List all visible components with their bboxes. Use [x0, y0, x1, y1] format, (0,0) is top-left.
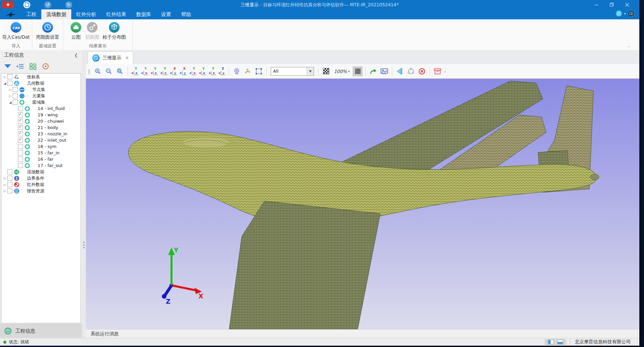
combo-arrow-icon[interactable]: ▼ [307, 68, 314, 75]
menu-item-3[interactable]: 红外结果 [101, 9, 131, 19]
expander-icon[interactable]: ▷ [3, 75, 7, 79]
tab-3d-view[interactable]: 三维显示 ✕ [88, 51, 133, 64]
expander-icon[interactable]: ◢ [3, 82, 7, 85]
probe-icon[interactable] [232, 66, 242, 76]
tree-item[interactable]: 15 - far_in [1, 150, 81, 156]
zoom-out-icon[interactable] [104, 66, 114, 76]
tree-checkbox[interactable] [18, 119, 23, 124]
tree-checkbox[interactable] [18, 157, 23, 162]
view-orientation-icon-7[interactable]: Yzx [188, 67, 197, 76]
menu-item-2[interactable]: 红外分析 [71, 9, 101, 19]
minimize-button[interactable] [589, 0, 604, 9]
filter-icon[interactable] [3, 62, 13, 71]
ribbon-collapse-icon[interactable]: ︿ [627, 44, 631, 49]
layout-bottom-icon[interactable] [557, 340, 563, 344]
view-orientation-icon-4[interactable]: Yzx [160, 67, 168, 76]
tree-item[interactable]: ◢面域集 [1, 99, 81, 105]
view-orientation-icon-2[interactable]: Yzx [140, 67, 149, 76]
tree-checkbox[interactable] [18, 138, 23, 143]
menu-item-0[interactable]: 工程 [21, 9, 41, 19]
zoom-fit-icon[interactable] [115, 66, 125, 76]
tree-checkbox[interactable] [13, 100, 18, 105]
menu-item-1[interactable]: 流场数据 [41, 9, 71, 19]
archive-icon[interactable] [433, 66, 443, 76]
view-orientation-icon-5[interactable]: Xzy [169, 67, 178, 76]
delete-icon[interactable] [417, 66, 427, 76]
restore-button[interactable] [604, 0, 619, 9]
tree-item[interactable]: ▷节点集 [1, 86, 81, 93]
tree-item[interactable]: 22 - inlet_out [1, 137, 81, 143]
tree-item[interactable]: ▷红外数据 [1, 181, 81, 188]
zoom-level-dropdown[interactable]: 100%▾ [332, 69, 352, 74]
snapshot-icon[interactable] [379, 66, 389, 76]
network-icon[interactable] [406, 66, 416, 76]
tree-item[interactable]: ▷元素集 [1, 93, 81, 99]
transparency-icon[interactable] [321, 66, 331, 76]
viewport-3d[interactable]: Y X Z [86, 79, 639, 330]
mesh-toggle-icon[interactable] [353, 66, 363, 76]
tree-item[interactable]: 20 - chuiwei [1, 118, 81, 124]
sidebar-bottom-tab[interactable]: 工程信息 [0, 324, 86, 338]
tree-item[interactable]: 流场数据 [1, 169, 81, 175]
tree-checkbox[interactable] [13, 87, 18, 92]
help-book-button[interactable] [628, 10, 635, 17]
grid-icon[interactable] [28, 62, 38, 71]
mirror-icon[interactable] [395, 66, 405, 76]
tree-checkbox[interactable] [18, 106, 23, 111]
tree-checkbox[interactable] [18, 144, 23, 149]
tree-item[interactable]: ◢几何数据 [1, 80, 81, 86]
tree-checkbox[interactable] [7, 169, 12, 174]
tree-item[interactable]: ▷边界条件 [1, 175, 81, 181]
display-panel-button[interactable] [616, 10, 622, 17]
menu-item-5[interactable]: 设置 [156, 9, 176, 19]
tree-item[interactable]: 18 - sym [1, 143, 81, 150]
zoom-in-icon[interactable] [93, 66, 103, 76]
view-orientation-icon-9[interactable]: Yzx [208, 67, 216, 76]
select-box-icon[interactable] [254, 66, 264, 76]
export-arrow-icon[interactable] [368, 66, 378, 76]
close-button[interactable] [619, 0, 635, 9]
layout-left-icon[interactable] [548, 340, 554, 344]
expander-icon[interactable]: ▷ [3, 183, 7, 186]
expander-icon[interactable]: ▷ [3, 177, 7, 180]
expander-icon[interactable]: ◢ [8, 101, 13, 104]
expander-icon[interactable]: ▷ [8, 88, 13, 91]
target-icon[interactable] [41, 62, 51, 71]
tree-checkbox[interactable] [18, 163, 23, 168]
tree-checkbox[interactable] [7, 81, 12, 86]
list-icon[interactable] [15, 62, 25, 71]
tree-checkbox[interactable] [13, 93, 18, 98]
toolbar-grip[interactable]: ‖ [88, 69, 91, 74]
tab-close-icon[interactable]: ✕ [125, 55, 129, 60]
tree-checkbox[interactable] [18, 150, 23, 155]
panel-splitter[interactable] [82, 50, 86, 338]
menu-item-4[interactable]: 数据库 [131, 9, 156, 19]
view-orientation-icon-3[interactable]: Yxz [150, 67, 159, 76]
tree-checkbox[interactable] [18, 112, 23, 117]
view-orientation-icon-6[interactable]: Xzy [179, 67, 187, 76]
view-orientation-icon-10[interactable]: Zxy [217, 67, 226, 76]
tree-item[interactable]: 19 - wing [1, 112, 81, 118]
archive-caret-icon[interactable]: ⌄ [444, 69, 446, 73]
display-filter-select[interactable]: All▼ [271, 67, 314, 76]
tree-checkbox[interactable] [7, 74, 12, 79]
expander-icon[interactable]: ▷ [3, 189, 7, 193]
tree-item[interactable]: ▷Yzx坐标系 [1, 74, 81, 80]
tree-item[interactable]: ▷报告资源 [1, 188, 81, 194]
tree-item[interactable]: 17 - far_out [1, 162, 81, 169]
tree-checkbox[interactable] [7, 182, 12, 187]
tree-checkbox[interactable] [18, 131, 23, 136]
tree-checkbox[interactable] [7, 188, 12, 193]
dropdown-caret-icon[interactable]: ▾ [624, 12, 626, 15]
view-orientation-icon-8[interactable]: Yxz [198, 67, 207, 76]
particles-icon[interactable] [243, 66, 253, 76]
expander-icon[interactable]: ▷ [8, 94, 13, 98]
tree-item[interactable]: 21 - body [1, 124, 81, 131]
view-orientation-icon-1[interactable]: Yxz [131, 67, 139, 76]
tree-item[interactable]: 23 - nozzle_in [1, 131, 81, 137]
tree-checkbox[interactable] [18, 125, 23, 130]
tree-item[interactable]: 14 - int_fluid [1, 105, 81, 112]
sidebar-collapse-icon[interactable]: ❮ [74, 53, 78, 58]
tree-checkbox[interactable] [7, 176, 12, 181]
menu-item-6[interactable]: 帮助 [176, 9, 196, 19]
